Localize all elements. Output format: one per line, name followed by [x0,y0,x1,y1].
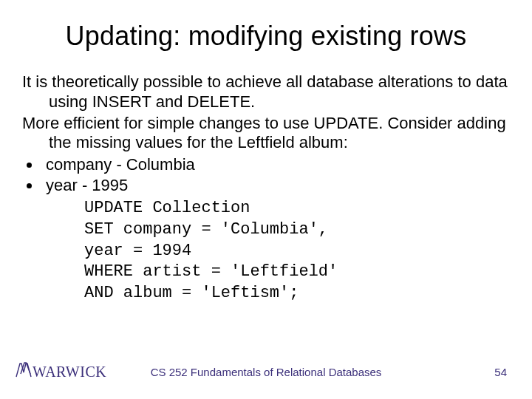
course-label: CS 252 Fundamentals of Relational Databa… [0,366,532,378]
body-text: It is theoretically possible to achieve … [22,72,510,304]
bullet-item: year - 1995 [41,175,510,196]
bullet-item: company - Columbia [41,154,510,175]
sql-code-block: UPDATE Collection SET company = 'Columbi… [84,198,510,304]
paragraph: It is theoretically possible to achieve … [22,72,510,112]
slide-title: Updating: modifying existing rows [22,21,510,52]
footer: WARWICK CS 252 Fundamentals of Relationa… [0,358,532,399]
page-number: 54 [494,366,507,378]
footer-band: WARWICK CS 252 Fundamentals of Relationa… [0,368,532,390]
paragraph: More efficient for simple changes to use… [22,114,510,154]
bullet-list: company - Columbia year - 1995 [22,154,510,195]
slide: Updating: modifying existing rows It is … [0,0,532,399]
